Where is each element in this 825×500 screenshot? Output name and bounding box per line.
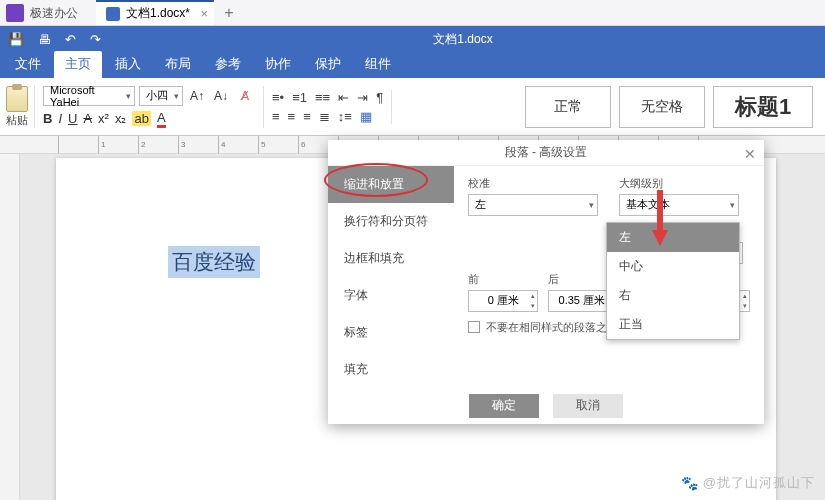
redo-icon[interactable]: ↷ xyxy=(90,32,101,47)
font-name-combo[interactable]: Microsoft YaHei xyxy=(43,86,135,106)
increase-indent-button[interactable]: ⇥ xyxy=(357,90,368,105)
checkbox-icon xyxy=(468,321,480,333)
superscript-button[interactable]: x² xyxy=(98,111,109,126)
style-normal[interactable]: 正常 xyxy=(525,86,611,128)
align-option-right[interactable]: 右 xyxy=(607,281,739,310)
styles-group: 正常 无空格 标题1 xyxy=(525,86,813,128)
font-group: Microsoft YaHei 小四 A↑ A↓ A̸ B I U A x² x… xyxy=(43,86,264,128)
align-option-left[interactable]: 左 xyxy=(607,223,739,252)
undo-icon[interactable]: ↶ xyxy=(65,32,76,47)
paste-label: 粘贴 xyxy=(6,113,28,128)
window-titlebar: 极速办公 文档1.docx* × + xyxy=(0,0,825,26)
shrink-font-icon[interactable]: A↓ xyxy=(211,86,231,106)
dialog-close-icon[interactable]: ✕ xyxy=(744,146,756,162)
ribbon-tab-layout[interactable]: 布局 xyxy=(154,51,202,78)
font-color-button[interactable]: A xyxy=(157,110,166,128)
dialog-sidebar: 缩进和放置 换行符和分页符 边框和填充 字体 标签 填充 xyxy=(328,166,454,388)
sidebar-item-borders[interactable]: 边框和填充 xyxy=(328,240,454,277)
dialog-content: 校准 左 大纲级别 基本文本 .. 特别 (无) 0 厘米 xyxy=(454,166,764,388)
vertical-ruler[interactable] xyxy=(0,154,20,500)
underline-button[interactable]: U xyxy=(68,111,77,126)
sidebar-item-indent[interactable]: 缩进和放置 xyxy=(328,166,454,203)
italic-button[interactable]: I xyxy=(58,111,62,126)
alignment-dropdown: 左 中心 右 正当 xyxy=(606,222,740,340)
label-before: 前 xyxy=(468,272,538,287)
ribbon-tab-file[interactable]: 文件 xyxy=(4,51,52,78)
document-title: 文档1.docx xyxy=(101,31,825,48)
sidebar-item-font[interactable]: 字体 xyxy=(328,277,454,314)
align-left-button[interactable]: ≡ xyxy=(272,109,280,124)
paragraph-dialog: 段落 - 高级设置 ✕ 缩进和放置 换行符和分页符 边框和填充 字体 标签 填充… xyxy=(328,140,764,424)
ribbon-tab-collab[interactable]: 协作 xyxy=(254,51,302,78)
watermark: @扰了山河孤山下 xyxy=(681,474,815,492)
grow-font-icon[interactable]: A↑ xyxy=(187,86,207,106)
strike-button[interactable]: A xyxy=(83,111,92,126)
bullets-button[interactable]: ≡• xyxy=(272,90,284,105)
sidebar-item-tabs[interactable]: 标签 xyxy=(328,314,454,351)
spacing-before-input[interactable]: 0 厘米 xyxy=(468,290,538,312)
label-outline: 大纲级别 xyxy=(619,176,750,191)
selected-text[interactable]: 百度经验 xyxy=(168,246,260,278)
align-center-button[interactable]: ≡ xyxy=(288,109,296,124)
dialog-footer: 确定 取消 xyxy=(328,388,764,424)
save-icon[interactable]: 💾 xyxy=(8,32,24,47)
show-marks-button[interactable]: ¶ xyxy=(376,90,383,105)
document-tab[interactable]: 文档1.docx* × xyxy=(96,0,214,25)
style-heading1[interactable]: 标题1 xyxy=(713,86,813,128)
app-icon xyxy=(6,4,24,22)
paragraph-group: ≡• ≡1 ≡≡ ⇤ ⇥ ¶ ≡ ≡ ≡ ≣ ↕≡ ▦ xyxy=(272,90,392,124)
label-alignment: 校准 xyxy=(468,176,599,191)
line-spacing-button[interactable]: ↕≡ xyxy=(338,109,352,124)
cancel-button[interactable]: 取消 xyxy=(553,394,623,418)
app-name: 极速办公 xyxy=(30,0,78,25)
alignment-combo[interactable]: 左 xyxy=(468,194,598,216)
ribbon-tab-home[interactable]: 主页 xyxy=(54,51,102,78)
add-tab-button[interactable]: + xyxy=(214,0,244,25)
sidebar-item-fill[interactable]: 填充 xyxy=(328,351,454,388)
numbering-button[interactable]: ≡1 xyxy=(292,90,307,105)
align-justify-button[interactable]: ≣ xyxy=(319,109,330,124)
sidebar-item-label: 缩进和放置 xyxy=(344,177,404,191)
style-nospace[interactable]: 无空格 xyxy=(619,86,705,128)
align-right-button[interactable]: ≡ xyxy=(303,109,311,124)
ribbon-tab-protect[interactable]: 保护 xyxy=(304,51,352,78)
clear-format-icon[interactable]: A̸ xyxy=(235,86,255,106)
ribbon-home: 粘贴 Microsoft YaHei 小四 A↑ A↓ A̸ B I U A x… xyxy=(0,78,825,136)
bold-button[interactable]: B xyxy=(43,111,52,126)
clipboard-group: 粘贴 xyxy=(6,86,35,128)
multilevel-button[interactable]: ≡≡ xyxy=(315,90,330,105)
ribbon-tab-components[interactable]: 组件 xyxy=(354,51,402,78)
paste-icon[interactable] xyxy=(6,86,28,112)
dialog-title: 段落 - 高级设置 xyxy=(505,144,588,161)
align-option-justify[interactable]: 正当 xyxy=(607,310,739,339)
align-option-center[interactable]: 中心 xyxy=(607,252,739,281)
shading-button[interactable]: ▦ xyxy=(360,109,372,124)
font-size-combo[interactable]: 小四 xyxy=(139,86,183,106)
ok-button[interactable]: 确定 xyxy=(469,394,539,418)
print-icon[interactable]: 🖶 xyxy=(38,32,51,47)
subscript-button[interactable]: x₂ xyxy=(115,111,127,126)
dialog-titlebar[interactable]: 段落 - 高级设置 ✕ xyxy=(328,140,764,166)
outline-combo[interactable]: 基本文本 xyxy=(619,194,739,216)
sidebar-item-breaks[interactable]: 换行符和分页符 xyxy=(328,203,454,240)
doc-icon xyxy=(106,7,120,21)
ribbon-tab-references[interactable]: 参考 xyxy=(204,51,252,78)
document-tab-label: 文档1.docx* xyxy=(126,5,190,22)
quick-access-bar: 💾 🖶 ↶ ↷ 文档1.docx xyxy=(0,26,825,52)
close-tab-icon[interactable]: × xyxy=(200,6,208,21)
ribbon-tabs: 文件 主页 插入 布局 参考 协作 保护 组件 xyxy=(0,52,825,78)
highlight-button[interactable]: ab xyxy=(132,111,150,126)
ribbon-tab-insert[interactable]: 插入 xyxy=(104,51,152,78)
decrease-indent-button[interactable]: ⇤ xyxy=(338,90,349,105)
